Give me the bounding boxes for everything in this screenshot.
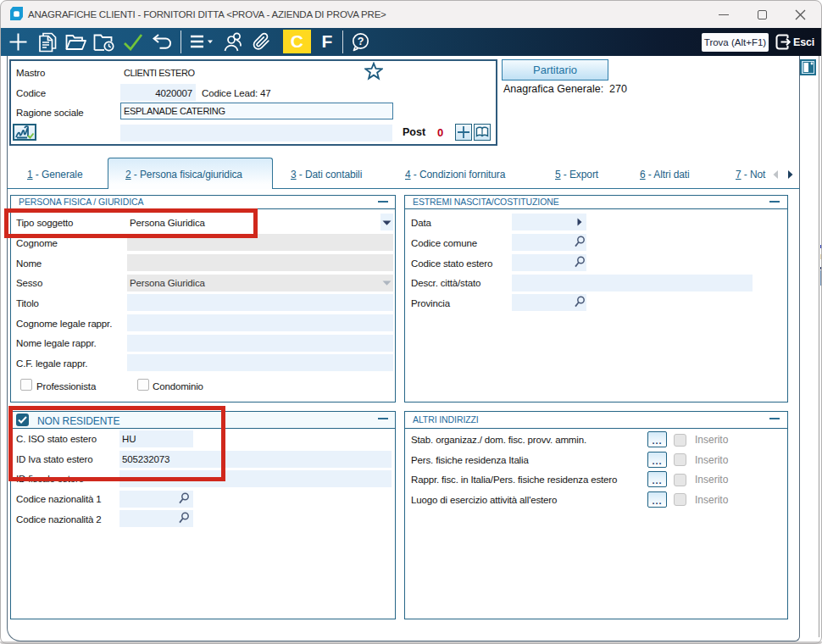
svg-text:?: ? xyxy=(358,36,364,47)
